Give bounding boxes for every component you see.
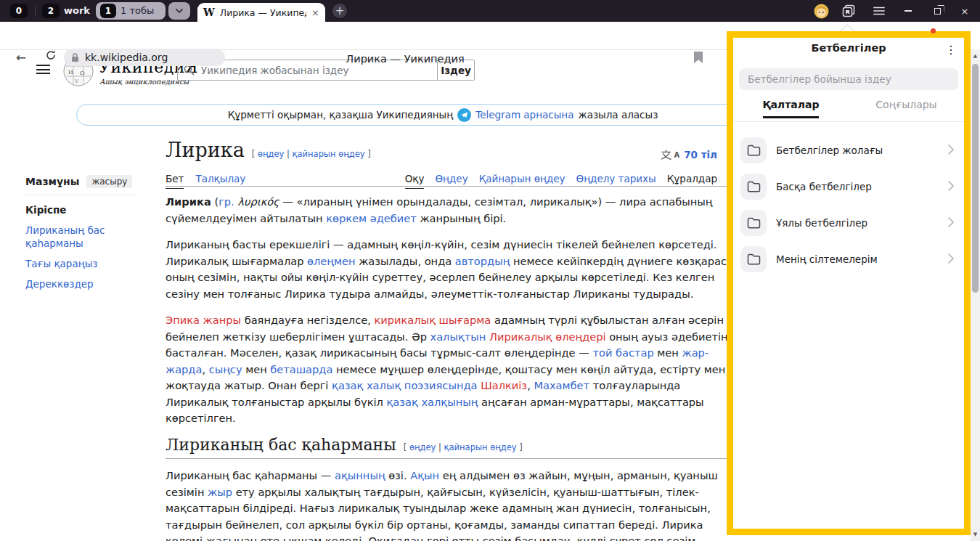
pinned-tabs-counter[interactable]: 0 [10, 4, 28, 18]
work-group-label[interactable]: work [64, 5, 90, 16]
folder-row-other-bookmarks[interactable]: Басқа бетбелгілер [740, 168, 957, 205]
table-of-contents: Мазмұны жасыру Кіріспе Лириканың бас қаһ… [25, 175, 136, 298]
folder-list: Бетбелгілер жолағы Басқа бетбелгілер Ұял… [733, 132, 964, 277]
article-link[interactable]: өңдеу [258, 149, 284, 159]
active-tab[interactable]: W Лирика — Уикипедия × [197, 3, 325, 22]
language-icon [661, 150, 671, 160]
bookmarks-icon [841, 4, 856, 18]
toc-hide-button[interactable]: жасыру [86, 175, 132, 188]
tab-group-divider [35, 6, 36, 16]
paragraph: Лириканың басты ерекшелігі — адамның көң… [166, 237, 743, 302]
scroll-down-icon[interactable]: ▼ [971, 532, 980, 537]
lock-icon[interactable] [71, 52, 79, 62]
banner-text-after: жазыла аласыз [578, 109, 658, 121]
bookmarks-search-input[interactable] [739, 73, 958, 85]
chevron-right-icon [948, 216, 954, 230]
article-link[interactable]: той бастар [592, 346, 653, 359]
article-link[interactable]: гр. [219, 195, 234, 208]
refresh-button[interactable] [45, 49, 57, 64]
article-link[interactable]: қазақ халқының [387, 396, 478, 408]
tab-close-icon[interactable]: × [311, 7, 319, 18]
scrollbar-thumb[interactable] [972, 64, 979, 293]
folder-row-mobile-bookmarks[interactable]: Ұялы бетбелгілер [740, 205, 957, 241]
chevron-right-icon [948, 253, 954, 267]
toc-item-sources[interactable]: Дереккөздер [25, 277, 136, 290]
article-link[interactable]: ақынның [335, 469, 385, 481]
wiki-search-input[interactable] [201, 65, 419, 76]
bookmarks-search-box[interactable] [739, 68, 958, 90]
svg-text:Ω: Ω [80, 70, 85, 76]
folder-icon [740, 174, 767, 200]
article-link[interactable]: беташарда [270, 363, 332, 375]
article-link[interactable]: қайнарын өңдеу [444, 442, 517, 452]
browser-menu-button[interactable] [871, 3, 887, 19]
window-restore-button[interactable] [929, 3, 945, 19]
article-link[interactable]: қайнарын өңдеу [293, 149, 365, 159]
kebab-menu-icon[interactable]: ⋮ [945, 43, 957, 57]
folder-row-my-links[interactable]: Менің сілтемелерім [740, 241, 957, 277]
wikipedia-tagline: Ашық энциклопедиясы [99, 78, 189, 86]
article-link[interactable]: халықтын [430, 330, 486, 343]
url-box[interactable]: kk.wikipedia.org [64, 49, 225, 66]
article-link[interactable]: қазақ халық поэзиясында [332, 379, 477, 391]
panel-tab-folders[interactable]: Қалталар [733, 99, 849, 121]
title-edit-links[interactable]: [ өңдеу | қайнарын өңдеу ] [252, 149, 371, 159]
article-link[interactable]: Лирикалық өлеңдері [489, 330, 606, 343]
section-heading: Лириканың бас қаһарманы [166, 437, 396, 454]
text-segment: [ [404, 442, 409, 452]
toc-divider [25, 195, 136, 195]
article-link[interactable]: Шалкиіз [481, 379, 527, 391]
article-link[interactable]: өңдеу [409, 442, 436, 452]
tab-group-expand-button[interactable] [168, 2, 190, 20]
section-edit-links[interactable]: [ өңдеу | қайнарын өңдеу ] [404, 439, 523, 456]
browser-tab-bar: 0 2 work 1 1 тобы W Лирика — Уикипедия ×… [0, 0, 980, 22]
language-selector[interactable]: A 70 тіл [661, 149, 717, 160]
article-link[interactable]: сыңсу [209, 363, 242, 375]
window-minimize-button[interactable] [900, 3, 916, 19]
toc-item-intro[interactable]: Кіріспе [25, 203, 136, 216]
window-close-button[interactable]: × [957, 3, 973, 19]
text-segment: , [202, 363, 208, 375]
restore-icon [934, 8, 941, 15]
back-button[interactable]: ← [16, 50, 26, 65]
telegram-channel-link[interactable]: Telegram арнасына [475, 109, 573, 121]
folder-row-bookmarks-bar[interactable]: Бетбелгілер жолағы [740, 132, 957, 168]
folder-label: Бетбелгілер жолағы [776, 145, 883, 156]
chevron-right-icon [948, 180, 954, 194]
svg-text:V: V [74, 78, 79, 84]
panel-tab-recent[interactable]: Соңғылары [849, 99, 964, 121]
tab-group-toby[interactable]: 1 1 тобы [96, 2, 166, 20]
new-tab-button[interactable]: + [332, 4, 347, 18]
article-link[interactable]: өлеңмен [307, 255, 355, 267]
folder-icon [740, 246, 767, 272]
article-link[interactable]: Ақын [410, 469, 439, 481]
profile-avatar[interactable] [813, 3, 829, 19]
article-link[interactable]: көркем әдебиет [326, 212, 416, 224]
text-segment: ( [211, 195, 219, 208]
article-link[interactable]: кирикалық шығарма [374, 314, 491, 326]
article-link[interactable]: Махамбет [534, 379, 589, 391]
toc-header: Мазмұны [25, 176, 79, 187]
panel-tab-recent-label: Соңғылары [875, 99, 936, 116]
work-group-badge[interactable]: 2 [42, 4, 60, 18]
text-segment: ] [517, 442, 523, 452]
text-segment: баяндауға негізделсе, [241, 314, 374, 326]
article-link[interactable]: автордың [455, 255, 510, 267]
language-count-label: 70 тіл [684, 149, 717, 160]
toc-item-hero[interactable]: Лириканың бас қаһарманы [25, 224, 136, 250]
text-segment: мен [242, 363, 271, 375]
page-scrollbar[interactable]: ▲ ▼ [971, 49, 980, 541]
article-link[interactable]: жыр [208, 486, 232, 498]
toc-item-see-also[interactable]: Тағы қараңыз [25, 257, 136, 270]
wiki-main-menu-button[interactable] [36, 65, 50, 74]
article-title: Лирика [166, 139, 245, 161]
scroll-up-icon[interactable]: ▲ [971, 53, 980, 59]
article-link[interactable]: Эпика жанры [166, 314, 241, 326]
folder-label: Менің сілтемелерім [776, 253, 878, 265]
text-segment: ] [365, 149, 371, 159]
bookmarks-toolbar-button[interactable] [841, 3, 857, 19]
paragraph: Лириканың бас қаһарманы — ақынның өзі. А… [166, 468, 743, 541]
paragraph: Эпика жанры баяндауға негізделсе, кирика… [166, 312, 743, 427]
text-segment: [ [252, 149, 258, 159]
panel-tab-folders-label: Қалталар [763, 99, 820, 118]
